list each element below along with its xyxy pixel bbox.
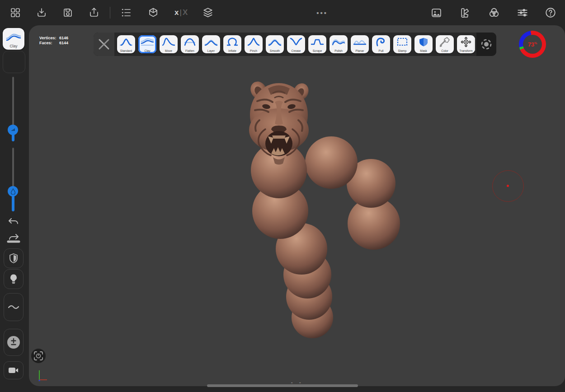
symmetry-separator: | (179, 8, 181, 17)
brush-scrape[interactable]: Scrape (308, 35, 326, 53)
model-tiger-sphere-chain[interactable] (29, 25, 565, 386)
move-curve-icon (161, 37, 176, 47)
brush-stamp[interactable]: Stamp (393, 35, 411, 53)
brush-label: Stamp (393, 49, 411, 52)
wedge-icon (10, 127, 16, 133)
material-swatches-icon[interactable] (458, 6, 472, 19)
mesh-stats: Vertices:6146Faces:6144 (39, 36, 68, 46)
lightbulb-icon (9, 274, 18, 285)
crossed-brushes-icon (97, 37, 111, 51)
vertices-label: Vertices: (39, 36, 59, 41)
brush-polish[interactable]: Polish (330, 35, 348, 53)
brush-label: Flatten (181, 49, 199, 52)
apps-grid-icon[interactable] (9, 6, 22, 19)
color-wheel[interactable]: 73% (519, 31, 546, 58)
brush-label: Move (160, 49, 178, 52)
percentage-readout: 73% (528, 41, 537, 48)
camera-view-button[interactable] (4, 361, 24, 379)
lighting-button[interactable] (4, 269, 24, 289)
gizmo-icon (480, 38, 493, 51)
flatten-curve-icon (183, 37, 197, 47)
radius-slider[interactable] (12, 77, 14, 141)
brush-standard[interactable]: Standard (117, 35, 135, 53)
brush-label: Scrape (308, 49, 326, 52)
share-icon[interactable] (87, 6, 101, 19)
axis-orientation-gizmo (35, 369, 51, 383)
vertices-value: 6146 (59, 36, 68, 40)
planar-curve-icon (353, 37, 367, 47)
layers-icon[interactable] (201, 6, 215, 19)
active-brush-label: Clay (3, 44, 24, 48)
brush-layer[interactable]: Layer (202, 35, 220, 53)
falloff-curve-button[interactable] (4, 293, 24, 321)
clay-curve-icon (6, 31, 21, 42)
more-options-button[interactable]: ••• (316, 9, 328, 17)
background-image-icon[interactable] (429, 6, 443, 19)
brush-label: Pull (372, 49, 390, 52)
frame-camera-button[interactable] (31, 349, 46, 363)
brush-planar[interactable]: Planar (351, 35, 369, 53)
faces-value: 6144 (59, 41, 68, 45)
scene-list-icon[interactable] (119, 6, 133, 19)
strength-slider-thumb[interactable] (8, 186, 18, 196)
brush-move[interactable]: Move (160, 35, 178, 53)
brush-crease[interactable]: Crease (287, 35, 305, 53)
brush-pinch[interactable]: Pinch (245, 35, 263, 53)
brush-inflate[interactable]: Inflate (223, 35, 241, 53)
render-channels-icon[interactable] (487, 6, 501, 19)
brush-label: Planar (351, 49, 369, 52)
strength-slider[interactable] (12, 148, 14, 211)
toolbar-scroll-indicator (474, 38, 475, 51)
brush-label: Clay (138, 49, 156, 52)
polish-curve-icon (331, 37, 346, 47)
symmetry-toggle[interactable]: x|X (174, 8, 188, 17)
redo-button[interactable] (6, 231, 21, 246)
save-icon[interactable] (61, 6, 75, 19)
settings-sliders-icon[interactable] (516, 6, 529, 19)
brush-transform[interactable]: Transform (457, 35, 475, 53)
help-icon[interactable] (544, 6, 557, 19)
secondary-tool-slot[interactable] (3, 51, 25, 73)
layer-curve-icon (204, 37, 218, 47)
brush-mask[interactable]: Mask (414, 35, 433, 53)
undo-button[interactable] (6, 214, 21, 229)
inflate-curve-icon (225, 37, 240, 47)
mesh-cube-icon[interactable] (146, 6, 160, 19)
radius-slider-thumb[interactable] (8, 125, 18, 135)
stamp-curve-icon (395, 37, 410, 47)
sphere-chain (251, 136, 400, 338)
tiger-head-mesh (248, 79, 311, 164)
import-icon[interactable] (35, 6, 48, 19)
color-wheel-hole: 73% (523, 35, 542, 54)
brush-strip: StandardClayMoveFlattenLayerInflatePinch… (117, 35, 482, 53)
color-curve-icon (438, 37, 452, 47)
plus-minus-icon (6, 335, 21, 350)
brush-color[interactable]: Color (436, 35, 454, 53)
faces-label: Faces: (39, 41, 59, 46)
brush-label: Transform (457, 49, 475, 52)
droplet-icon (10, 188, 16, 195)
add-subtract-button[interactable] (4, 329, 24, 356)
symmetry-x-active: x (174, 8, 179, 17)
paint-tools-button[interactable] (94, 33, 114, 56)
brush-label: Smooth (266, 49, 284, 52)
clay-sphere (305, 136, 358, 189)
brush-pull[interactable]: Pull (372, 35, 390, 53)
mask-mode-button[interactable] (4, 248, 24, 268)
home-indicator[interactable] (207, 384, 358, 387)
scrape-curve-icon (310, 37, 325, 47)
active-brush-preview[interactable]: Clay (3, 28, 24, 50)
pull-curve-icon (374, 37, 388, 47)
brush-flatten[interactable]: Flatten (181, 35, 199, 53)
brush-clay[interactable]: Clay (138, 35, 156, 53)
top-toolbar: x|X ••• (0, 0, 565, 25)
brush-toolbar: StandardClayMoveFlattenLayerInflatePinch… (94, 33, 496, 56)
pinch-curve-icon (246, 37, 261, 47)
standard-curve-icon (119, 37, 133, 47)
brush-label: Layer (202, 49, 220, 52)
brush-label: Polish (330, 49, 348, 52)
gizmo-button[interactable] (476, 33, 496, 56)
brush-smooth[interactable]: Smooth (266, 35, 284, 53)
toolbar-divider (110, 7, 110, 19)
brush-label: Mask (414, 49, 433, 52)
